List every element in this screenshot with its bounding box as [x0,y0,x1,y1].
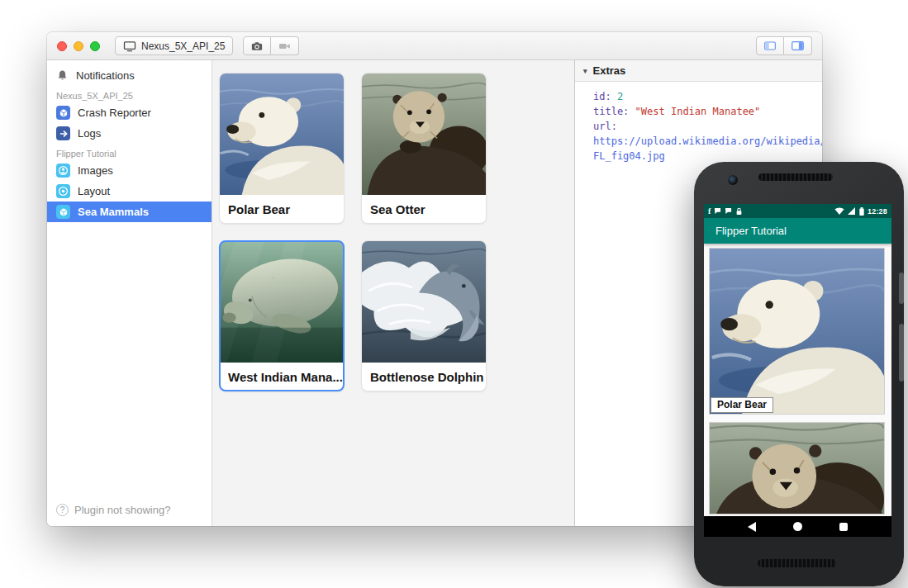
device-selector-button[interactable]: Nexus_5X_API_25 [115,36,233,55]
json-row-id: id: 2 [593,89,817,104]
chat-notification-icon [714,207,721,215]
left-panel-icon [764,40,776,52]
sea-otter-image [709,422,885,514]
manatee-image [220,241,344,363]
card-bottlenose-dolphin[interactable]: Bottlenose Dolphin [361,240,487,391]
status-bar-clock: 12:28 [868,207,887,216]
card-title: Bottlenose Dolphin [362,363,486,391]
device-selector-label: Nexus_5X_API_25 [141,40,225,52]
card-polar-bear[interactable]: Polar Bear [219,73,345,224]
card-west-indian-manatee[interactable]: West Indian Mana... [219,240,345,391]
sidebar-item-notifications[interactable]: Notifications [47,65,212,86]
toggle-left-panel-button[interactable] [756,36,784,55]
screenshot-button[interactable] [243,36,271,55]
app-bar-title: Flipper Tutorial [715,225,787,237]
power-button[interactable] [899,273,904,304]
toggle-right-panel-button[interactable] [784,36,812,55]
json-row-url: url: [593,119,817,134]
images-plugin-icon [56,164,70,178]
cellular-signal-icon [848,207,856,215]
android-app-bar: Flipper Tutorial [704,218,891,244]
sidebar-label: Layout [78,185,110,197]
sidebar-label: Notifications [76,69,135,82]
collapse-triangle-icon: ▾ [583,67,587,75]
plugin-help-label: Plugin not showing? [74,504,170,516]
card-title: Polar Bear [220,195,344,223]
sidebar-item-crash-reporter[interactable]: Crash Reporter [47,102,212,123]
sea-otter-image [362,74,486,195]
phone-card-label: Polar Bear [711,397,773,413]
crash-reporter-icon [56,106,70,120]
minimize-window-button[interactable] [74,41,83,51]
extras-header[interactable]: ▾ Extras [575,60,822,82]
sidebar-item-layout[interactable]: Layout [47,181,212,202]
chat-notification-icon [725,207,732,215]
json-row-title: title: "West Indian Manatee" [593,104,817,119]
phone-app-content[interactable]: Polar Bear [704,244,891,516]
sidebar-section-app: Flipper Tutorial [47,144,212,160]
question-mark-icon: ? [56,504,69,516]
bottom-speaker [758,559,836,567]
recents-button[interactable] [839,523,848,531]
android-nav-bar [704,516,891,537]
sidebar-item-images[interactable]: Images [47,160,212,181]
extras-json-view: id: 2 title: "West Indian Manatee" url: … [575,82,822,164]
video-camera-icon [278,40,291,52]
json-string-value: "West Indian Manatee" [635,106,761,117]
panel-toggle-group [756,36,812,55]
capture-button-group [243,36,299,55]
battery-icon [859,207,864,216]
json-key: id: [593,91,611,102]
android-phone: f 12:28 F [694,162,904,586]
json-key: url: [593,121,617,132]
polar-bear-image [709,248,885,415]
phone-card-polar-bear[interactable]: Polar Bear [709,248,885,415]
usb-lock-icon [735,207,743,216]
polar-bear-image [220,74,344,195]
android-status-bar: f 12:28 [704,204,891,218]
facebook-notification-icon: f [708,207,711,216]
window-toolbar: Nexus_5X_API_25 [47,32,822,60]
sidebar-label: Crash Reporter [78,107,151,119]
traffic-lights [57,41,100,51]
extras-title: Extras [593,64,626,77]
sea-mammals-card-grid: Polar Bear [212,60,574,526]
camera-icon [251,40,263,52]
sidebar-section-device: Nexus_5X_API_25 [47,86,212,102]
close-window-button[interactable] [57,41,67,51]
card-sea-otter[interactable]: Sea Otter [361,73,487,224]
screen-record-button[interactable] [271,36,299,55]
sidebar-item-logs[interactable]: Logs [47,123,212,144]
monitor-icon [123,40,136,52]
json-key: title: [593,106,629,117]
zoom-window-button[interactable] [90,41,100,51]
earpiece-speaker [758,173,833,181]
sidebar-label: Sea Mammals [78,206,149,218]
card-title: West Indian Mana... [220,363,344,391]
right-panel-icon [792,40,804,52]
card-title: Sea Otter [362,195,486,223]
json-url-line-1[interactable]: https://upload.wikimedia.org/wikipedia/c… [593,134,817,149]
bell-icon [56,69,69,82]
wifi-icon [834,207,844,215]
phone-screen: f 12:28 F [704,204,891,537]
sea-mammals-plugin-icon [56,205,70,219]
sidebar-label: Logs [78,127,101,140]
json-number-value: 2 [617,91,623,102]
home-button[interactable] [793,522,802,531]
layout-plugin-icon [56,184,70,198]
logs-arrow-icon [56,126,70,140]
front-camera [728,175,738,185]
dolphin-image [362,241,486,363]
back-button[interactable] [748,522,756,532]
plugin-help-link[interactable]: ? Plugin not showing? [47,494,212,526]
plugin-sidebar: Notifications Nexus_5X_API_25 Crash Repo… [47,60,212,526]
sidebar-item-sea-mammals[interactable]: Sea Mammals [47,202,212,222]
sidebar-label: Images [78,164,113,177]
volume-button[interactable] [899,324,904,382]
